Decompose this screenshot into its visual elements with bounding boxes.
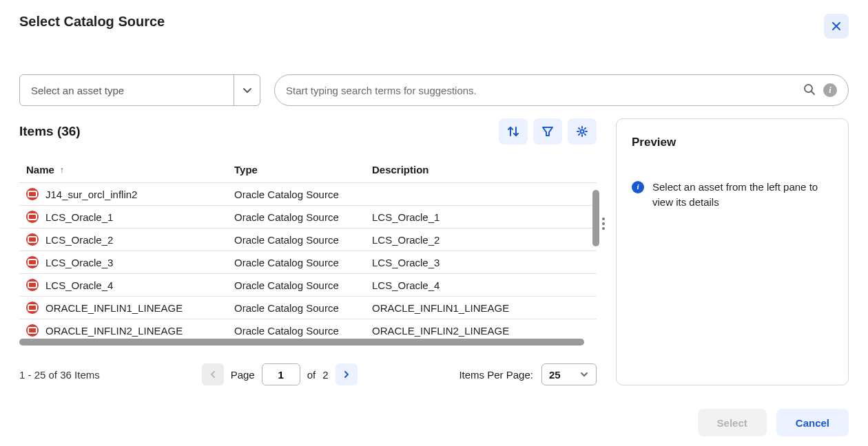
row-name: LCS_Oracle_4	[45, 279, 113, 291]
table-row[interactable]: LCS_Oracle_2Oracle Catalog SourceLCS_Ora…	[19, 229, 597, 251]
column-header-name[interactable]: Name ↑	[19, 164, 234, 176]
search-field-wrapper: i	[274, 74, 849, 106]
row-name: ORACLE_INFLIN2_LINEAGE	[45, 325, 183, 337]
of-label: of	[307, 369, 316, 381]
oracle-icon	[26, 301, 39, 314]
preview-panel: Preview i Select an asset from the left …	[616, 118, 849, 385]
oracle-icon	[26, 233, 39, 246]
items-panel: Items (36) Name ↑	[19, 118, 597, 385]
items-grid: Name ↑ Type Description J14_sur_orcl_inf…	[19, 158, 597, 346]
preview-empty-message: i Select an asset from the left pane to …	[632, 180, 833, 210]
cancel-button[interactable]: Cancel	[776, 409, 849, 436]
row-name: J14_sur_orcl_inflin2	[45, 189, 137, 200]
chevron-down-icon	[579, 370, 589, 379]
asset-type-placeholder: Select an asset type	[20, 85, 234, 96]
items-per-page-select[interactable]: 25	[541, 363, 597, 385]
pagination-summary: 1 - 25 of 36 Items	[19, 369, 100, 381]
horizontal-scrollbar[interactable]	[19, 339, 584, 346]
asset-type-select[interactable]: Select an asset type	[19, 74, 260, 106]
select-button: Select	[698, 409, 767, 436]
sort-button[interactable]	[499, 118, 528, 145]
row-description: ORACLE_INFLIN1_LINEAGE	[372, 302, 597, 314]
total-pages: 2	[322, 369, 328, 381]
row-type: Oracle Catalog Source	[234, 257, 372, 268]
page-label: Page	[231, 369, 255, 381]
oracle-icon	[26, 324, 39, 337]
row-type: Oracle Catalog Source	[234, 302, 372, 314]
gear-icon	[575, 125, 589, 138]
svg-line-3	[812, 92, 814, 94]
oracle-icon	[26, 256, 39, 268]
sort-icon	[506, 125, 520, 138]
page-input[interactable]	[262, 363, 300, 385]
table-row[interactable]: LCS_Oracle_3Oracle Catalog SourceLCS_Ora…	[19, 251, 597, 274]
search-help-icon[interactable]: i	[823, 83, 837, 97]
chevron-down-icon	[234, 75, 260, 105]
dialog-title: Select Catalog Source	[19, 14, 165, 30]
sort-asc-icon: ↑	[60, 165, 64, 175]
search-icon[interactable]	[803, 83, 816, 98]
row-type: Oracle Catalog Source	[234, 325, 372, 337]
svg-point-7	[581, 130, 584, 134]
dialog-header: Select Catalog Source	[19, 14, 849, 39]
oracle-icon	[26, 188, 39, 200]
filter-button[interactable]	[533, 118, 562, 145]
filter-controls: Select an asset type i	[19, 74, 849, 106]
grid-header-row: Name ↑ Type Description	[19, 158, 597, 183]
items-heading: Items (36)	[19, 124, 81, 139]
oracle-icon	[26, 211, 39, 223]
row-type: Oracle Catalog Source	[234, 234, 372, 246]
row-type: Oracle Catalog Source	[234, 279, 372, 291]
row-type: Oracle Catalog Source	[234, 211, 372, 223]
column-header-description[interactable]: Description	[372, 164, 597, 176]
row-description: ORACLE_INFLIN2_LINEAGE	[372, 325, 597, 337]
select-catalog-source-dialog: Select Catalog Source Select an asset ty…	[0, 0, 868, 446]
column-header-type[interactable]: Type	[234, 164, 372, 176]
table-row[interactable]: ORACLE_INFLIN2_LINEAGEOracle Catalog Sou…	[19, 319, 597, 337]
search-input[interactable]	[286, 85, 803, 96]
close-button[interactable]	[824, 14, 849, 39]
table-row[interactable]: ORACLE_INFLIN1_LINEAGEOracle Catalog Sou…	[19, 297, 597, 319]
chevron-left-icon	[208, 370, 218, 379]
close-icon	[831, 21, 842, 32]
row-name: LCS_Oracle_3	[45, 257, 113, 268]
table-row[interactable]: LCS_Oracle_4Oracle Catalog SourceLCS_Ora…	[19, 274, 597, 297]
table-row[interactable]: J14_sur_orcl_inflin2Oracle Catalog Sourc…	[19, 183, 597, 206]
settings-button[interactable]	[568, 118, 597, 145]
preview-title: Preview	[632, 136, 833, 149]
oracle-icon	[26, 279, 39, 291]
row-type: Oracle Catalog Source	[234, 189, 372, 200]
pagination-bar: 1 - 25 of 36 Items Page of 2 Items Per P…	[19, 363, 597, 385]
vertical-scrollbar[interactable]	[592, 190, 599, 246]
row-name: LCS_Oracle_1	[45, 211, 113, 223]
row-description: LCS_Oracle_1	[372, 211, 597, 223]
row-description: LCS_Oracle_3	[372, 257, 597, 268]
table-row[interactable]: LCS_Oracle_1Oracle Catalog SourceLCS_Ora…	[19, 206, 597, 229]
filter-icon	[541, 125, 555, 138]
chevron-right-icon	[342, 370, 351, 379]
panel-resize-handle[interactable]	[602, 217, 605, 230]
row-name: LCS_Oracle_2	[45, 234, 113, 246]
dialog-footer: Select Cancel	[698, 409, 849, 436]
next-page-button[interactable]	[335, 363, 358, 385]
svg-marker-6	[543, 127, 552, 136]
row-description: LCS_Oracle_2	[372, 234, 597, 246]
items-per-page-label: Items Per Page:	[459, 369, 533, 381]
prev-page-button	[202, 363, 224, 385]
info-icon: i	[632, 181, 644, 193]
row-name: ORACLE_INFLIN1_LINEAGE	[45, 302, 183, 314]
row-description: LCS_Oracle_4	[372, 279, 597, 291]
